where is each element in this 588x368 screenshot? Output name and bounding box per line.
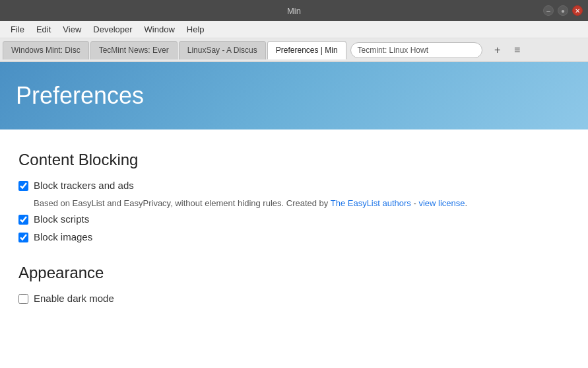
block-trackers-row: Block trackers and ads (18, 180, 570, 191)
menu-window[interactable]: Window (139, 23, 180, 36)
tab-3[interactable]: LinuxSay - A Discus (179, 41, 266, 59)
window-controls: – ● ✕ (543, 5, 583, 16)
preferences-content: Content Blocking Block trackers and ads … (0, 129, 588, 326)
block-images-checkbox[interactable] (18, 233, 28, 242)
dark-mode-checkbox[interactable] (18, 294, 28, 304)
menu-bar: File Edit View Developer Window Help (0, 21, 588, 38)
tab-preferences[interactable]: Preferences | Min (267, 41, 346, 59)
new-tab-button[interactable]: + (489, 42, 506, 59)
address-bar[interactable]: Tecmint: Linux Howt (350, 42, 482, 58)
menu-button[interactable]: ≡ (509, 42, 526, 59)
tab-1[interactable]: Windows Mint: Disc (3, 41, 89, 59)
menu-help[interactable]: Help (181, 23, 210, 36)
tab-actions: + ≡ (489, 42, 526, 59)
app-title: Min (287, 6, 301, 16)
menu-developer[interactable]: Developer (88, 23, 137, 36)
desc-text: Based on EasyList and EasyPrivacy, witho… (34, 198, 331, 208)
content-area[interactable]: Preferences Content Blocking Block track… (0, 62, 588, 368)
content-blocking-title: Content Blocking (18, 151, 570, 169)
close-button[interactable]: ✕ (572, 5, 583, 16)
menu-file[interactable]: File (5, 23, 30, 36)
preferences-title: Preferences (16, 82, 572, 110)
menu-edit[interactable]: Edit (31, 23, 56, 36)
block-images-row: Block images (18, 231, 570, 242)
menu-view[interactable]: View (57, 23, 86, 36)
block-images-label[interactable]: Block images (34, 231, 92, 242)
block-trackers-checkbox[interactable] (18, 181, 28, 191)
block-scripts-checkbox[interactable] (18, 215, 28, 225)
view-license-link[interactable]: view license (418, 198, 465, 208)
block-scripts-row: Block scripts (18, 213, 570, 225)
title-bar: Min – ● ✕ (0, 0, 588, 21)
tab-bar: Windows Mint: Disc TecMint News: Ever Li… (0, 38, 588, 62)
block-trackers-desc: Based on EasyList and EasyPrivacy, witho… (34, 198, 570, 209)
minimize-button[interactable]: – (543, 5, 554, 16)
easylist-authors-link[interactable]: The EasyList authors (331, 198, 411, 208)
block-trackers-label[interactable]: Block trackers and ads (34, 180, 134, 191)
tab-2[interactable]: TecMint News: Ever (90, 41, 178, 59)
dark-mode-row: Enable dark mode (18, 293, 570, 304)
desc-separator: - (411, 198, 419, 208)
main-wrapper: Preferences Content Blocking Block track… (0, 62, 588, 368)
appearance-section: Appearance Enable dark mode (18, 264, 570, 304)
appearance-title: Appearance (18, 264, 570, 282)
preferences-header: Preferences (0, 62, 588, 129)
dark-mode-label[interactable]: Enable dark mode (34, 293, 114, 304)
maximize-button[interactable]: ● (558, 5, 568, 16)
desc-suffix: . (465, 198, 468, 208)
block-scripts-label[interactable]: Block scripts (34, 213, 89, 225)
